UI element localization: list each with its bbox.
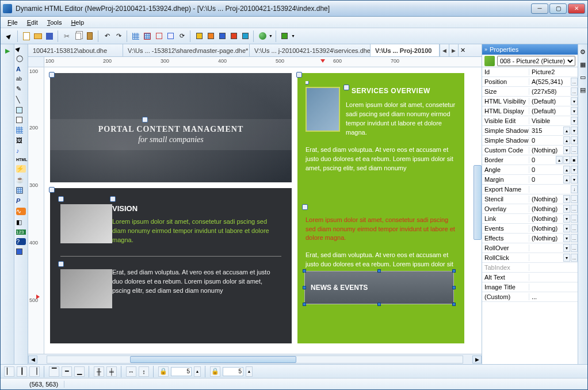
minimize-button[interactable]: ─ [531,3,548,14]
run-icon[interactable]: ▶ [2,45,13,56]
preview-button[interactable] [257,31,268,41]
anchor-icon[interactable] [343,85,349,90]
layer-3[interactable] [217,31,227,41]
property-value[interactable]: 0▴▾ [529,166,578,174]
property-row[interactable]: Custom Code(Nothing)▾... [482,146,578,155]
layer-4[interactable] [228,31,239,41]
property-value[interactable]: ... [529,293,578,300]
property-value[interactable]: 0▴▾ [529,136,578,144]
property-value[interactable]: (Nothing)▾... [529,215,578,223]
table-tool[interactable] [16,127,26,133]
label-tool[interactable]: ab [16,76,26,82]
property-value[interactable]: Visible▾ [529,117,578,125]
guides-button[interactable] [154,31,164,41]
property-row[interactable]: Effects(Nothing)▾... [482,234,578,243]
property-row[interactable]: (Custom)... [482,292,578,302]
property-button[interactable]: ▾ [563,224,570,232]
property-row[interactable]: Image Title [482,282,578,292]
tab-next-button[interactable]: ▶ [449,44,458,56]
anchor-icon[interactable] [296,72,302,78]
line-tool[interactable]: ╲ [16,96,26,104]
property-button[interactable]: ... [571,215,578,223]
property-button[interactable]: ... [571,234,578,242]
refresh-button[interactable]: ⟳ [177,31,187,41]
lock-button[interactable]: 🔒 [158,366,169,377]
property-value[interactable]: (227x58)... [529,87,578,95]
property-value[interactable]: Picture2 [529,68,578,75]
property-button[interactable]: ▾ [563,215,570,223]
property-button[interactable]: ▴ [563,175,570,183]
property-button[interactable]: ▾ [571,117,578,125]
property-value[interactable]: (Nothing)▾... [529,146,578,154]
form-tool[interactable] [16,117,26,123]
tab-about[interactable]: 100421-153812\about.dhe [28,44,123,56]
ruler-v-marker[interactable] [36,295,40,299]
align-left-button[interactable]: ▏ [4,366,14,377]
align-top-button[interactable]: ▔ [49,366,59,377]
ruler-button[interactable] [165,31,175,41]
image-tool[interactable]: 🖼 [16,137,26,144]
property-button[interactable]: ... [571,254,578,262]
close-button[interactable]: ✕ [568,3,585,14]
scrollbar-thumb[interactable] [130,356,296,363]
property-row[interactable]: RollClick▾... [482,253,578,263]
property-row[interactable]: Alt Text [482,273,578,282]
vision-panel[interactable]: VISION Lorem ipsum dolor sit amet, conse… [50,188,292,343]
property-button[interactable]: ▴ [563,166,570,174]
spacing-x-input[interactable] [171,367,192,376]
property-row[interactable]: PositionA(525,341)... [482,77,578,87]
align-bottom-button[interactable]: ▁ [74,366,85,377]
property-button[interactable]: ▾ [563,254,570,262]
vision-image-2[interactable] [60,269,112,308]
script-tool[interactable]: ⚡ [16,165,26,173]
publish-button[interactable] [280,31,290,41]
canvas-viewport[interactable]: PORTAL CONTENT MANAGMENT for small compa… [44,67,482,354]
distribute-v-button[interactable]: ╪ [106,366,117,377]
pointer-tool[interactable] [4,31,14,41]
property-row[interactable]: Visible EditVisible▾ [482,116,578,126]
spacing-y-input[interactable] [223,367,243,376]
ruler-h-marker[interactable] [320,59,325,63]
property-value[interactable]: (Default)▾ [529,97,578,105]
property-row[interactable]: Simple Shadow315▴▾ [482,126,578,136]
property-button[interactable]: ▾ [571,97,578,105]
menu-tools[interactable]: Tools [44,18,66,27]
property-button[interactable]: ... [571,87,578,95]
lock-button-2[interactable]: 🔒 [210,366,220,377]
menu-edit[interactable]: Edit [24,18,41,27]
property-row[interactable]: Link(Nothing)▾... [482,214,578,224]
property-row[interactable]: Angle0▴▾ [482,165,578,175]
property-value[interactable]: A(525,341)... [529,78,578,86]
hero-title[interactable]: PORTAL CONTENT MANAGMENT for small compa… [50,119,292,150]
audio-tool[interactable]: ♪ [16,147,26,154]
color-tool[interactable] [16,248,26,255]
menu-help[interactable]: Help [67,18,87,27]
property-button[interactable]: ▾ [571,175,578,183]
layer-1[interactable] [194,31,204,41]
anchor-icon[interactable] [306,81,309,85]
align-center-h-button[interactable]: ┃ [17,366,27,377]
rect-tool[interactable] [16,107,26,113]
design-canvas[interactable]: PORTAL CONTENT MANAGMENT for small compa… [44,67,482,354]
property-value[interactable]: 315▴▾ [529,127,578,135]
ruler-vertical[interactable]: 100 200 300 400 500 [28,67,44,354]
rss-tool[interactable]: ∿ [16,208,26,215]
tab-index[interactable]: V:\Us ... Proj-20100 [371,44,440,56]
property-row[interactable]: Simple Shadow0▴▾ [482,136,578,146]
align-right-button[interactable]: ▕ [29,366,40,377]
property-value[interactable]: (Nothing)▾... [529,234,578,242]
property-value[interactable]: (Nothing)▾... [529,195,578,203]
java-tool[interactable]: ☕ [16,176,26,183]
property-value[interactable]: ▾... [529,254,578,262]
property-button[interactable]: ↓ [571,185,578,193]
menu-file[interactable]: File [4,18,21,27]
unknown-tool-1[interactable]: ◧ [16,219,26,226]
snap-button[interactable] [142,31,152,41]
new-button[interactable] [21,31,32,41]
brush-tool[interactable]: ✎ [16,85,26,93]
property-value[interactable]: (Nothing)▾... [529,205,578,213]
property-row[interactable]: Border0▴▾■ [482,155,578,165]
layer-5[interactable] [240,31,250,41]
redo-button[interactable]: ↷ [113,31,124,41]
align-middle-button[interactable]: ━ [62,366,72,377]
